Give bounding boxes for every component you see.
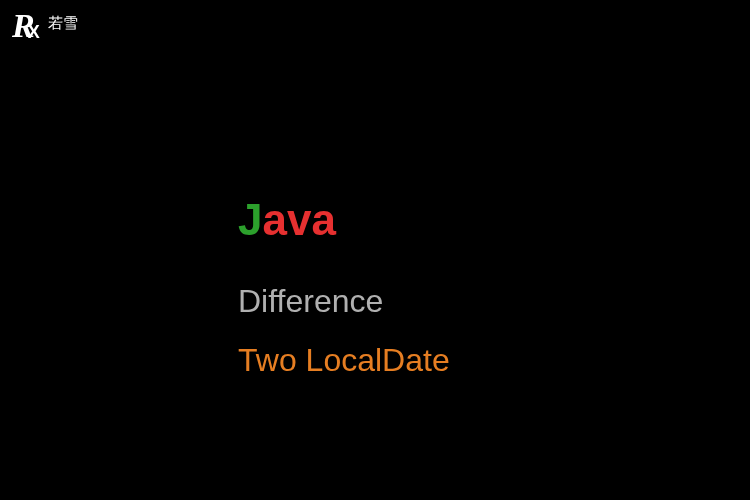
logo-r-char: R: [12, 9, 35, 43]
logo-text: 若雪: [48, 14, 78, 33]
main-content: Java Difference Two LocalDate: [238, 195, 450, 379]
title-rest: ava: [262, 195, 335, 244]
title: Java: [238, 195, 450, 245]
logo: R X 若雪: [12, 8, 78, 43]
subtitle-line-1: Difference: [238, 283, 450, 320]
subtitle-line-2: Two LocalDate: [238, 342, 450, 379]
title-first-char: J: [238, 195, 262, 244]
